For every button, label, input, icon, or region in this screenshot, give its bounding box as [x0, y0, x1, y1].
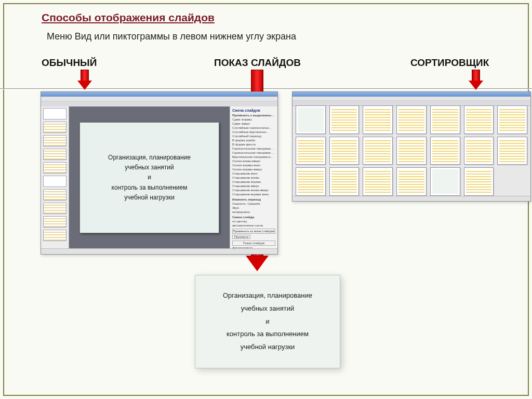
slide-line: учебной нагрузки [241, 341, 295, 354]
task-pane-section: Изменить переход [232, 197, 275, 202]
sorter-thumb [430, 167, 460, 196]
transition-option: Случайные вертикальн... [232, 130, 275, 134]
transition-option: Горизонтальная панорама в... [232, 151, 275, 155]
page-subtitle: Меню Вид или пиктограммы в левом нижнем … [47, 31, 296, 42]
slide-thumb [43, 162, 66, 174]
window-statusbar [292, 196, 530, 201]
slide-line: и [148, 172, 151, 182]
sorter-thumb [296, 167, 326, 196]
slide-thumb [43, 189, 66, 201]
slide-thumb [43, 122, 66, 133]
slide-thumb [43, 135, 66, 147]
sorter-thumb [363, 137, 393, 165]
screenshot-normal-view: Организация, планирование учебных заняти… [41, 91, 278, 255]
slide-line: учебных занятий [241, 302, 294, 315]
task-pane-transition: Смена слайдов Применить к выделенным сла… [230, 107, 277, 249]
slideshow-slide: Организация, планирование учебных заняти… [195, 275, 340, 368]
slide-line: Организация, планирование [223, 289, 312, 302]
window-statusbar [41, 248, 277, 254]
sorter-thumb [363, 167, 393, 196]
play-button: Просмотр [232, 235, 250, 239]
window-titlebar [292, 92, 530, 97]
label-normal: ОБЫЧНЫЙ [42, 57, 97, 69]
transition-option: Открывание вправо-вниз [232, 192, 275, 196]
auto-check: автоматически после [232, 223, 275, 228]
transition-option: Сдвиг вверх [232, 122, 275, 126]
transition-option: Уголки влево-вверх [232, 159, 275, 163]
transition-option: В форме креста [232, 142, 275, 147]
sound-row: Звук: [232, 206, 275, 210]
transition-option: Открывание влево-вверх [232, 188, 275, 192]
transition-option: Открывание вниз [232, 171, 275, 176]
window-menubar [41, 97, 277, 101]
task-pane-section: Смена слайда [232, 215, 275, 219]
sorter-thumb [329, 105, 360, 134]
transition-option: В форме ромба [232, 138, 275, 142]
transition-option: Сдвиг вправо [232, 117, 275, 122]
sorter-thumb [363, 105, 393, 134]
screenshot-sorter-view [292, 91, 531, 202]
sorter-thumb [296, 137, 326, 165]
slide-thumb [43, 230, 66, 241]
slide-thumb [43, 149, 66, 160]
sorter-thumb [464, 137, 494, 165]
slide-thumb [43, 216, 66, 228]
task-pane-title: Смена слайдов [232, 109, 275, 112]
task-pane-section: Применить к выделенным слайдам: [232, 113, 275, 117]
show-button: Показ слайдов [232, 241, 275, 246]
sorter-thumb [396, 137, 427, 165]
apply-all-button: Применить ко всем слайдам [232, 229, 275, 234]
sorter-thumb [430, 105, 460, 134]
sorter-thumb [497, 137, 527, 165]
slide-thumb [43, 176, 66, 187]
onclick-check: по щелчку [232, 219, 275, 223]
slide-canvas: Организация, планирование учебных заняти… [69, 107, 230, 249]
window-titlebar [41, 92, 277, 97]
slide-thumbnail-panel [41, 107, 69, 249]
transition-option: Вертикальная панорама в... [232, 155, 275, 159]
sorter-thumb [497, 105, 527, 134]
sorter-thumb [296, 105, 326, 134]
transition-option: Открывание вверх [232, 184, 275, 188]
sorter-thumb [396, 167, 427, 196]
transition-option: Открывание вправо [232, 180, 275, 184]
sorter-thumb [430, 137, 460, 165]
slide-line: учебной нагрузки [124, 193, 175, 203]
window-menubar [292, 97, 530, 101]
label-slideshow: ПОКАЗ СЛАЙДОВ [214, 57, 301, 69]
sorter-grid [296, 105, 527, 196]
sorter-thumb [464, 167, 494, 196]
transition-option: Уголки вправо-вниз [232, 163, 275, 167]
slide-line: и [265, 315, 269, 328]
sorter-thumb [329, 167, 360, 196]
arrow-sorter [470, 70, 482, 90]
sorter-thumb [396, 105, 427, 134]
slide-line: Организация, планирование [108, 153, 191, 163]
slide-thumb [43, 108, 66, 119]
arrow-normal [79, 70, 90, 90]
current-slide: Организация, планирование учебных заняти… [79, 122, 219, 233]
page-title: Способы отображения слайдов [42, 11, 215, 24]
sorter-thumb [464, 105, 494, 134]
transition-option: Открывание влево [232, 176, 275, 180]
slide-line: контроль за выполнением [227, 328, 309, 341]
loop-check: непрерывно [232, 210, 275, 214]
sorter-thumb [329, 137, 360, 165]
slide-line: учебных занятий [125, 163, 174, 172]
speed-row: Скорость: Средняя [232, 202, 275, 206]
slide-line: контроль за выполнением [112, 183, 188, 193]
transition-option: Случайные горизонтальн... [232, 126, 275, 130]
slide-thumb [43, 203, 66, 214]
transition-option: Уголки вправо-вверх [232, 167, 275, 171]
transition-option: Случайный переход [232, 134, 275, 138]
transition-option: Горизонтальная панорама н... [232, 147, 275, 151]
label-sorter: СОРТИРОВЩИК [410, 57, 489, 69]
